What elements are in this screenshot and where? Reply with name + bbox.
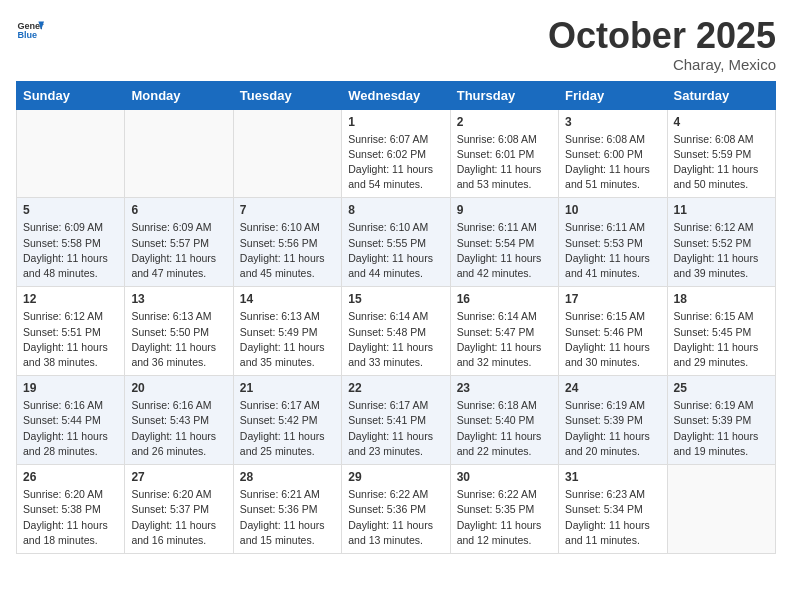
day-number: 6 [131, 203, 226, 217]
location: Charay, Mexico [548, 56, 776, 73]
calendar-day-cell: 28Sunrise: 6:21 AMSunset: 5:36 PMDayligh… [233, 465, 341, 554]
day-number: 20 [131, 381, 226, 395]
weekday-header-friday: Friday [559, 81, 667, 109]
header: General Blue October 2025 Charay, Mexico [16, 16, 776, 73]
day-number: 28 [240, 470, 335, 484]
calendar-day-cell: 20Sunrise: 6:16 AMSunset: 5:43 PMDayligh… [125, 376, 233, 465]
calendar-day-cell: 1Sunrise: 6:07 AMSunset: 6:02 PMDaylight… [342, 109, 450, 198]
day-number: 25 [674, 381, 769, 395]
calendar-day-cell: 2Sunrise: 6:08 AMSunset: 6:01 PMDaylight… [450, 109, 558, 198]
day-number: 5 [23, 203, 118, 217]
day-number: 14 [240, 292, 335, 306]
calendar-day-cell: 31Sunrise: 6:23 AMSunset: 5:34 PMDayligh… [559, 465, 667, 554]
day-number: 30 [457, 470, 552, 484]
day-info: Sunrise: 6:12 AMSunset: 5:51 PMDaylight:… [23, 309, 118, 370]
calendar-day-cell: 12Sunrise: 6:12 AMSunset: 5:51 PMDayligh… [17, 287, 125, 376]
day-info: Sunrise: 6:18 AMSunset: 5:40 PMDaylight:… [457, 398, 552, 459]
calendar-day-cell: 5Sunrise: 6:09 AMSunset: 5:58 PMDaylight… [17, 198, 125, 287]
day-number: 18 [674, 292, 769, 306]
calendar-day-cell [17, 109, 125, 198]
day-info: Sunrise: 6:09 AMSunset: 5:57 PMDaylight:… [131, 220, 226, 281]
day-info: Sunrise: 6:07 AMSunset: 6:02 PMDaylight:… [348, 132, 443, 193]
day-number: 4 [674, 115, 769, 129]
calendar-day-cell: 26Sunrise: 6:20 AMSunset: 5:38 PMDayligh… [17, 465, 125, 554]
day-number: 7 [240, 203, 335, 217]
calendar-week-row: 19Sunrise: 6:16 AMSunset: 5:44 PMDayligh… [17, 376, 776, 465]
calendar-week-row: 12Sunrise: 6:12 AMSunset: 5:51 PMDayligh… [17, 287, 776, 376]
calendar-day-cell: 15Sunrise: 6:14 AMSunset: 5:48 PMDayligh… [342, 287, 450, 376]
day-info: Sunrise: 6:12 AMSunset: 5:52 PMDaylight:… [674, 220, 769, 281]
weekday-header-thursday: Thursday [450, 81, 558, 109]
calendar-day-cell: 18Sunrise: 6:15 AMSunset: 5:45 PMDayligh… [667, 287, 775, 376]
day-info: Sunrise: 6:14 AMSunset: 5:47 PMDaylight:… [457, 309, 552, 370]
calendar-day-cell: 3Sunrise: 6:08 AMSunset: 6:00 PMDaylight… [559, 109, 667, 198]
calendar-week-row: 5Sunrise: 6:09 AMSunset: 5:58 PMDaylight… [17, 198, 776, 287]
day-info: Sunrise: 6:15 AMSunset: 5:45 PMDaylight:… [674, 309, 769, 370]
day-number: 27 [131, 470, 226, 484]
day-info: Sunrise: 6:09 AMSunset: 5:58 PMDaylight:… [23, 220, 118, 281]
weekday-header-wednesday: Wednesday [342, 81, 450, 109]
day-info: Sunrise: 6:11 AMSunset: 5:53 PMDaylight:… [565, 220, 660, 281]
calendar-day-cell: 22Sunrise: 6:17 AMSunset: 5:41 PMDayligh… [342, 376, 450, 465]
calendar-day-cell: 11Sunrise: 6:12 AMSunset: 5:52 PMDayligh… [667, 198, 775, 287]
calendar-day-cell: 6Sunrise: 6:09 AMSunset: 5:57 PMDaylight… [125, 198, 233, 287]
logo: General Blue [16, 16, 44, 44]
day-number: 13 [131, 292, 226, 306]
title-area: October 2025 Charay, Mexico [548, 16, 776, 73]
day-info: Sunrise: 6:08 AMSunset: 6:00 PMDaylight:… [565, 132, 660, 193]
calendar-day-cell: 13Sunrise: 6:13 AMSunset: 5:50 PMDayligh… [125, 287, 233, 376]
day-info: Sunrise: 6:22 AMSunset: 5:36 PMDaylight:… [348, 487, 443, 548]
day-number: 10 [565, 203, 660, 217]
day-info: Sunrise: 6:08 AMSunset: 6:01 PMDaylight:… [457, 132, 552, 193]
calendar-day-cell: 16Sunrise: 6:14 AMSunset: 5:47 PMDayligh… [450, 287, 558, 376]
day-number: 12 [23, 292, 118, 306]
calendar-day-cell: 27Sunrise: 6:20 AMSunset: 5:37 PMDayligh… [125, 465, 233, 554]
calendar: SundayMondayTuesdayWednesdayThursdayFrid… [16, 81, 776, 554]
day-info: Sunrise: 6:16 AMSunset: 5:43 PMDaylight:… [131, 398, 226, 459]
calendar-day-cell: 30Sunrise: 6:22 AMSunset: 5:35 PMDayligh… [450, 465, 558, 554]
calendar-day-cell: 14Sunrise: 6:13 AMSunset: 5:49 PMDayligh… [233, 287, 341, 376]
day-number: 21 [240, 381, 335, 395]
day-info: Sunrise: 6:17 AMSunset: 5:41 PMDaylight:… [348, 398, 443, 459]
calendar-day-cell: 9Sunrise: 6:11 AMSunset: 5:54 PMDaylight… [450, 198, 558, 287]
calendar-day-cell: 19Sunrise: 6:16 AMSunset: 5:44 PMDayligh… [17, 376, 125, 465]
calendar-day-cell: 25Sunrise: 6:19 AMSunset: 5:39 PMDayligh… [667, 376, 775, 465]
day-number: 15 [348, 292, 443, 306]
calendar-day-cell [667, 465, 775, 554]
day-number: 1 [348, 115, 443, 129]
day-number: 19 [23, 381, 118, 395]
day-number: 2 [457, 115, 552, 129]
day-info: Sunrise: 6:20 AMSunset: 5:37 PMDaylight:… [131, 487, 226, 548]
calendar-day-cell: 24Sunrise: 6:19 AMSunset: 5:39 PMDayligh… [559, 376, 667, 465]
calendar-day-cell: 8Sunrise: 6:10 AMSunset: 5:55 PMDaylight… [342, 198, 450, 287]
day-info: Sunrise: 6:13 AMSunset: 5:49 PMDaylight:… [240, 309, 335, 370]
day-number: 3 [565, 115, 660, 129]
calendar-day-cell [125, 109, 233, 198]
day-info: Sunrise: 6:13 AMSunset: 5:50 PMDaylight:… [131, 309, 226, 370]
calendar-week-row: 1Sunrise: 6:07 AMSunset: 6:02 PMDaylight… [17, 109, 776, 198]
day-number: 11 [674, 203, 769, 217]
calendar-day-cell: 10Sunrise: 6:11 AMSunset: 5:53 PMDayligh… [559, 198, 667, 287]
day-info: Sunrise: 6:15 AMSunset: 5:46 PMDaylight:… [565, 309, 660, 370]
calendar-day-cell: 23Sunrise: 6:18 AMSunset: 5:40 PMDayligh… [450, 376, 558, 465]
calendar-day-cell: 17Sunrise: 6:15 AMSunset: 5:46 PMDayligh… [559, 287, 667, 376]
day-info: Sunrise: 6:20 AMSunset: 5:38 PMDaylight:… [23, 487, 118, 548]
day-number: 9 [457, 203, 552, 217]
day-info: Sunrise: 6:22 AMSunset: 5:35 PMDaylight:… [457, 487, 552, 548]
weekday-header-saturday: Saturday [667, 81, 775, 109]
month-title: October 2025 [548, 16, 776, 56]
day-number: 24 [565, 381, 660, 395]
day-info: Sunrise: 6:11 AMSunset: 5:54 PMDaylight:… [457, 220, 552, 281]
day-info: Sunrise: 6:17 AMSunset: 5:42 PMDaylight:… [240, 398, 335, 459]
day-number: 16 [457, 292, 552, 306]
day-number: 29 [348, 470, 443, 484]
calendar-day-cell: 4Sunrise: 6:08 AMSunset: 5:59 PMDaylight… [667, 109, 775, 198]
day-info: Sunrise: 6:16 AMSunset: 5:44 PMDaylight:… [23, 398, 118, 459]
weekday-header-tuesday: Tuesday [233, 81, 341, 109]
day-number: 8 [348, 203, 443, 217]
svg-text:Blue: Blue [17, 30, 37, 40]
day-info: Sunrise: 6:10 AMSunset: 5:56 PMDaylight:… [240, 220, 335, 281]
day-number: 31 [565, 470, 660, 484]
day-info: Sunrise: 6:19 AMSunset: 5:39 PMDaylight:… [565, 398, 660, 459]
day-info: Sunrise: 6:10 AMSunset: 5:55 PMDaylight:… [348, 220, 443, 281]
